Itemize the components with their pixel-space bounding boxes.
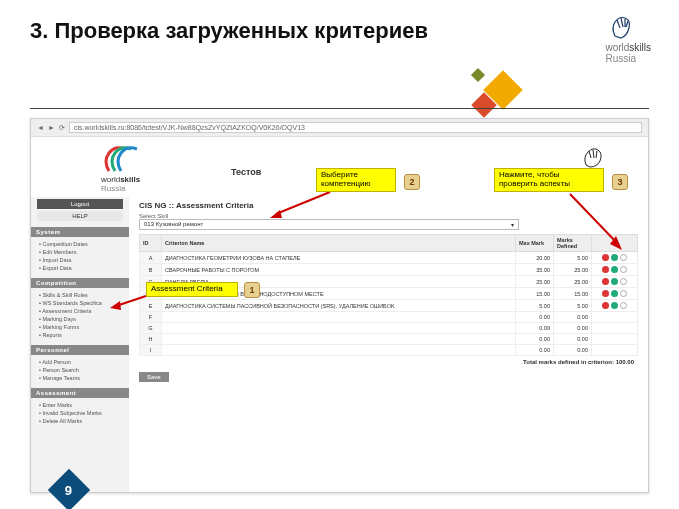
sidebar-item[interactable]: Reports — [39, 331, 129, 339]
cell-actions — [592, 334, 638, 345]
cell-actions — [592, 345, 638, 356]
table-row: I 0.00 0.00 — [140, 345, 638, 356]
reload-icon[interactable]: ⟳ — [59, 124, 65, 132]
cell-max: 0.00 — [516, 323, 554, 334]
divider — [30, 108, 649, 109]
badge-3: 3 — [612, 174, 628, 190]
sidebar-item[interactable]: Marking Forms — [39, 323, 129, 331]
sidebar-item[interactable]: Invalid Subjective Marks — [39, 409, 129, 417]
col-id: ID — [140, 235, 162, 252]
cell-actions — [592, 252, 638, 264]
cell-def: 25.00 — [554, 264, 592, 276]
sidebar-heading: Competition — [31, 278, 129, 288]
edit-icon[interactable] — [620, 278, 627, 285]
arrow-1 — [110, 292, 150, 312]
arrow-2 — [270, 190, 340, 220]
cell-def: 25.00 — [554, 276, 592, 288]
col-name: Criterion Name — [162, 235, 516, 252]
delete-icon[interactable] — [602, 266, 609, 273]
sidebar-item[interactable]: Add Person — [39, 358, 129, 366]
cell-actions — [592, 288, 638, 300]
cell-max: 35.00 — [516, 264, 554, 276]
worldskills-logo-corner: worldworldskillsskills Russia — [605, 14, 651, 64]
cell-def: 0.00 — [554, 345, 592, 356]
sidebar-item[interactable]: Export Data — [39, 264, 129, 272]
cell-id: I — [140, 345, 162, 356]
url-field[interactable]: cis.worldskills.ru:8086/tctest/VJK-Nw88Q… — [69, 122, 642, 133]
save-button[interactable]: Save — [139, 372, 169, 382]
cell-def: 15.00 — [554, 288, 592, 300]
table-row: A ДИАГНОСТИКА ГЕОМЕТРИИ КУЗОВА НА СТАПЕЛ… — [140, 252, 638, 264]
cell-def: 5.00 — [554, 252, 592, 264]
sidebar-item[interactable]: Marking Days — [39, 315, 129, 323]
nav-fwd-icon[interactable]: ► — [48, 124, 55, 131]
sidebar-item[interactable]: Delete All Marks — [39, 417, 129, 425]
table-row: H 0.00 0.00 — [140, 334, 638, 345]
cell-name: СВАРОЧНЫЕ РАБОТЫ С ПОРОГОМ — [162, 264, 516, 276]
edit-icon[interactable] — [620, 290, 627, 297]
badge-2: 2 — [404, 174, 420, 190]
ok-icon[interactable] — [611, 278, 618, 285]
edit-icon[interactable] — [620, 302, 627, 309]
cell-max: 0.00 — [516, 334, 554, 345]
sidebar: Logout HELP SystemCompetition DatesEdit … — [31, 197, 129, 492]
cell-name: ДИАГНОСТИКА СИСТЕМЫ ПАССИВНОЙ БЕЗОПАСНОС… — [162, 300, 516, 312]
cell-id: A — [140, 252, 162, 264]
callout-assessment-criteria: Assessment Criteria — [146, 282, 238, 297]
ok-icon[interactable] — [611, 290, 618, 297]
total-marks: Total marks defined in criterion: 100.00 — [139, 356, 638, 368]
sidebar-heading: Personnel — [31, 345, 129, 355]
cell-max: 20.00 — [516, 252, 554, 264]
ok-icon[interactable] — [611, 254, 618, 261]
cell-actions — [592, 312, 638, 323]
sidebar-item[interactable]: Manage Teams — [39, 374, 129, 382]
cell-name — [162, 334, 516, 345]
address-bar: ◄ ► ⟳ cis.worldskills.ru:8086/tctest/VJK… — [31, 119, 648, 137]
cell-max: 25.00 — [516, 276, 554, 288]
delete-icon[interactable] — [602, 290, 609, 297]
table-row: G 0.00 0.00 — [140, 323, 638, 334]
sidebar-item[interactable]: Edit Members — [39, 248, 129, 256]
svg-line-4 — [116, 296, 146, 306]
svg-marker-1 — [270, 210, 282, 218]
sidebar-item[interactable]: Competition Dates — [39, 240, 129, 248]
edit-icon[interactable] — [620, 266, 627, 273]
help-button[interactable]: HELP — [37, 211, 123, 221]
cell-actions — [592, 276, 638, 288]
col-max: Max Mark — [516, 235, 554, 252]
cell-actions — [592, 300, 638, 312]
callout-check-aspects: Нажмите, чтобы проверить аспекты — [494, 168, 604, 192]
cell-name: ДИАГНОСТИКА ГЕОМЕТРИИ КУЗОВА НА СТАПЕЛЕ — [162, 252, 516, 264]
cell-name — [162, 312, 516, 323]
cell-max: 15.00 — [516, 288, 554, 300]
svg-line-0 — [276, 192, 330, 214]
cell-max: 5.00 — [516, 300, 554, 312]
svg-line-2 — [570, 194, 618, 244]
delete-icon[interactable] — [602, 254, 609, 261]
ok-icon[interactable] — [611, 266, 618, 273]
cell-actions — [592, 264, 638, 276]
cell-id: F — [140, 312, 162, 323]
table-row: F 0.00 0.00 — [140, 312, 638, 323]
table-row: B СВАРОЧНЫЕ РАБОТЫ С ПОРОГОМ 35.00 25.00 — [140, 264, 638, 276]
nav-back-icon[interactable]: ◄ — [37, 124, 44, 131]
svg-marker-5 — [110, 301, 121, 310]
sidebar-item[interactable]: Enter Marks — [39, 401, 129, 409]
badge-1: 1 — [244, 282, 260, 298]
skill-select[interactable]: 013 Кузовной ремонт ▾ — [139, 219, 519, 230]
logout-button[interactable]: Logout — [37, 199, 123, 209]
sidebar-item[interactable]: Import Data — [39, 256, 129, 264]
cell-name — [162, 345, 516, 356]
delete-icon[interactable] — [602, 302, 609, 309]
cell-id: H — [140, 334, 162, 345]
edit-icon[interactable] — [620, 254, 627, 261]
cell-max: 0.00 — [516, 312, 554, 323]
ok-icon[interactable] — [611, 302, 618, 309]
cell-def: 0.00 — [554, 334, 592, 345]
slide-title: 3. Проверка загруженных критериев — [30, 18, 428, 44]
delete-icon[interactable] — [602, 278, 609, 285]
table-row: E ДИАГНОСТИКА СИСТЕМЫ ПАССИВНОЙ БЕЗОПАСН… — [140, 300, 638, 312]
sidebar-item[interactable]: Person Search — [39, 366, 129, 374]
worldskills-logo-left: worldskillsRussia — [101, 145, 145, 193]
cell-def: 0.00 — [554, 323, 592, 334]
